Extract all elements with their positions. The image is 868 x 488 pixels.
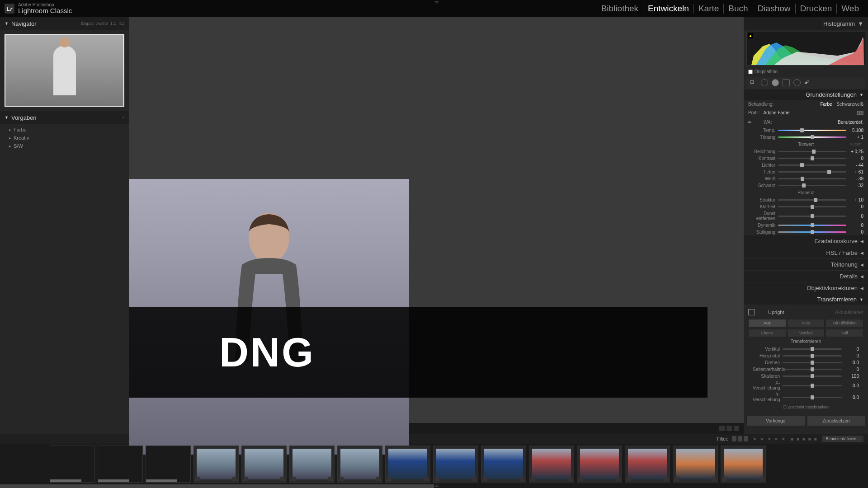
previous-button[interactable]: Vorherige — [746, 416, 805, 426]
slider-saturation[interactable]: Sättigung0 — [744, 229, 868, 235]
crop-tool-icon[interactable]: ⊡ — [750, 79, 757, 86]
slider-blacks[interactable]: Schwarz- 32 — [744, 182, 868, 189]
slider-tint[interactable]: Tönung+ 1 — [744, 134, 868, 141]
thumbnail[interactable]: 8 — [241, 446, 287, 483]
upright-full[interactable]: Voll — [826, 329, 863, 337]
panel-hsl[interactable]: HSL / Farbe◀ — [744, 247, 868, 259]
upright-level[interactable]: Ebene — [748, 329, 786, 337]
slider-exposure[interactable]: Belichtung+ 0,25 — [744, 148, 868, 155]
view-icon[interactable] — [719, 426, 725, 431]
slider-rotate[interactable]: Drehen0,0 — [748, 359, 863, 366]
slider-texture[interactable]: Struktur+ 10 — [744, 197, 868, 203]
reveal-top-icon[interactable] — [434, 1, 439, 4]
constrain-crop[interactable]: ☐ Zuschnitt beschränken — [748, 403, 863, 411]
upright-guided[interactable]: Mit Hilfslinien — [826, 319, 863, 327]
view-icon[interactable] — [726, 426, 732, 431]
slider-aspect[interactable]: Seitenverhältnis0 — [748, 366, 863, 373]
thumbnail[interactable]: 14 — [529, 446, 574, 483]
treatment-bw[interactable]: Schwarzweiß — [837, 102, 863, 107]
upright-off[interactable]: Aus — [748, 319, 786, 327]
center-canvas[interactable]: DNG — [129, 17, 744, 434]
thumbnail[interactable]: 7 — [193, 446, 239, 483]
histogram-header[interactable]: Histogramm ▼ — [744, 17, 868, 30]
navigator-zoom-modes[interactable]: Einpas Ausfül 1:1 4:1 — [81, 21, 124, 26]
thumbnail[interactable]: 12 — [433, 446, 478, 483]
reset-button[interactable]: Zurücksetzen — [807, 416, 866, 426]
slider-highlights[interactable]: Lichter- 44 — [744, 162, 868, 169]
module-drucken[interactable]: Drucken — [796, 4, 837, 14]
profile-row[interactable]: Profil: Adobe Farbe — [744, 108, 868, 117]
panel-lenscorr[interactable]: Objektivkorrekturen◀ — [744, 282, 868, 294]
original-checkbox[interactable] — [748, 70, 753, 74]
upright-vertical[interactable]: Vertikal — [787, 329, 825, 337]
upright-auto[interactable]: Auto — [787, 319, 825, 327]
spot-tool-icon[interactable] — [761, 79, 768, 86]
sort-dropdown[interactable]: Benutzerdefiniert... — [822, 436, 863, 442]
preset-group-kreativ[interactable]: Kreativ — [0, 134, 129, 142]
thumbnail[interactable]: 15 — [577, 446, 622, 483]
thumbnail[interactable]: 9 — [289, 446, 335, 483]
slider-whites[interactable]: Weiß- 39 — [744, 175, 868, 182]
upright-update[interactable]: Aktualisieren — [835, 310, 863, 315]
zoom-1-1[interactable]: 1:1 — [110, 21, 116, 26]
module-buch[interactable]: Buch — [724, 4, 753, 14]
thumbnail[interactable]: 16 — [625, 446, 670, 483]
radial-tool-icon[interactable] — [793, 79, 801, 86]
presets-header[interactable]: ▼ Vorgaben + — [0, 111, 129, 124]
redeye-tool-icon[interactable] — [772, 79, 779, 86]
thumbnail-loading[interactable] — [50, 446, 95, 483]
profile-value[interactable]: Adobe Farbe — [764, 110, 790, 115]
original-toggle[interactable]: Originalfoto — [744, 67, 868, 76]
slider-vertical[interactable]: Vertikal0 — [748, 346, 863, 352]
zoom-fit[interactable]: Einpas — [81, 21, 94, 26]
slider-shadows[interactable]: Tiefen+ 61 — [744, 169, 868, 175]
scrollbar-thumb[interactable] — [0, 484, 434, 488]
panel-splittoning[interactable]: Teiltonung◀ — [744, 259, 868, 271]
slider-temp[interactable]: Temp.5.100 — [744, 127, 868, 134]
wb-picker-icon[interactable]: ✎ — [747, 117, 756, 127]
navigator-image[interactable] — [5, 34, 124, 107]
navigator-preview[interactable] — [0, 30, 129, 111]
view-mode-icons[interactable] — [719, 426, 739, 431]
wb-dropdown[interactable]: Benutzerdef. — [838, 120, 863, 125]
zoom-4-1[interactable]: 4:1 — [118, 21, 124, 26]
basic-panel-header[interactable]: Grundeinstellungen ▼ — [744, 89, 868, 100]
clipping-warning-icon[interactable]: ▲ — [748, 33, 753, 38]
auto-button[interactable]: Autom. — [849, 142, 863, 146]
thumbnail-loading[interactable] — [146, 446, 191, 483]
panel-tonecurve[interactable]: Gradationskurve◀ — [744, 235, 868, 247]
transform-panel-header[interactable]: Transformieren ▼ — [744, 294, 868, 305]
module-web[interactable]: Web — [837, 4, 863, 14]
slider-scale[interactable]: Skalieren100 — [748, 373, 863, 380]
slider-vibrance[interactable]: Dynamik0 — [744, 222, 868, 229]
reveal-bottom-icon[interactable] — [434, 484, 439, 487]
slider-contrast[interactable]: Kontrast0 — [744, 155, 868, 162]
preset-group-farbe[interactable]: Farbe — [0, 126, 129, 134]
slider-yoffset[interactable]: Y-Verschiebung0,0 — [748, 391, 863, 403]
panel-detail[interactable]: Details◀ — [744, 271, 868, 282]
navigator-header[interactable]: ▼ Navigator Einpas Ausfül 1:1 4:1 — [0, 17, 129, 30]
module-entwickeln[interactable]: Entwickeln — [643, 4, 694, 14]
gradient-tool-icon[interactable] — [783, 79, 790, 86]
thumbnail-loading[interactable] — [98, 446, 143, 483]
slider-clarity[interactable]: Klarheit0 — [744, 203, 868, 210]
zoom-fill[interactable]: Ausfül — [96, 21, 108, 26]
histogram[interactable]: ▲ — [746, 32, 865, 66]
thumbnail[interactable]: 11 — [385, 446, 430, 483]
view-icon[interactable] — [734, 426, 739, 431]
filmstrip[interactable]: 7 8 9 10 11 12 13 14 15 16 17 18 — [0, 444, 868, 484]
star-filter[interactable]: ★ ★ ★ ★ ★ — [753, 436, 786, 441]
thumbnail[interactable]: 10 — [337, 446, 382, 483]
color-filter[interactable]: ■ ■ ■ ■ ■ — [791, 436, 817, 441]
profile-browser-icon[interactable] — [857, 111, 863, 115]
presets-add-icon[interactable]: + — [122, 115, 124, 120]
slider-dehaze[interactable]: Dunst entfernen0 — [744, 210, 868, 222]
brush-tool-icon[interactable]: 🖌 — [804, 79, 811, 86]
guided-upright-icon[interactable] — [748, 309, 755, 315]
thumbnail[interactable]: 17 — [673, 446, 718, 483]
treatment-color[interactable]: Farbe — [820, 102, 832, 107]
preset-group-sw[interactable]: S/W — [0, 142, 129, 150]
flag-filters[interactable] — [732, 436, 748, 441]
slider-xoffset[interactable]: X-Verschiebung0,0 — [748, 380, 863, 391]
thumbnail[interactable]: 18 — [721, 446, 766, 483]
